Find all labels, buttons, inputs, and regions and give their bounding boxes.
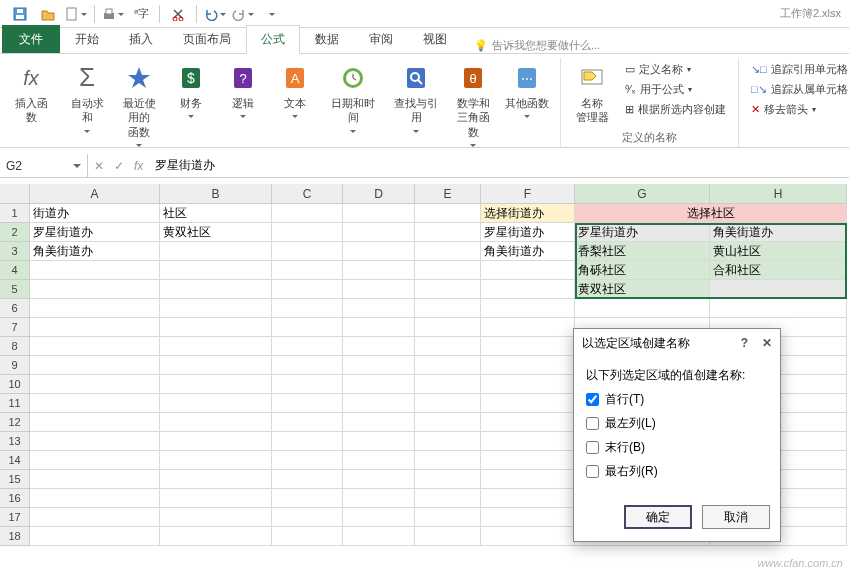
cell[interactable] bbox=[272, 356, 343, 375]
row-header[interactable]: 6 bbox=[0, 299, 30, 318]
redo-icon[interactable] bbox=[231, 3, 255, 25]
cell[interactable] bbox=[481, 337, 575, 356]
cell[interactable] bbox=[575, 299, 710, 318]
cell[interactable] bbox=[481, 318, 575, 337]
cell[interactable] bbox=[30, 318, 160, 337]
cell[interactable] bbox=[272, 489, 343, 508]
cell[interactable] bbox=[415, 375, 481, 394]
tab-insert[interactable]: 插入 bbox=[114, 25, 168, 53]
cell[interactable]: 社区 bbox=[160, 204, 272, 223]
checkbox-left-col[interactable]: 最左列(L) bbox=[586, 415, 768, 432]
cell[interactable] bbox=[160, 375, 272, 394]
cell[interactable] bbox=[272, 375, 343, 394]
cell[interactable]: 角美街道办 bbox=[481, 242, 575, 261]
cell[interactable] bbox=[30, 261, 160, 280]
row-header[interactable]: 16 bbox=[0, 489, 30, 508]
cell[interactable] bbox=[415, 280, 481, 299]
cell[interactable] bbox=[160, 413, 272, 432]
cell[interactable] bbox=[415, 508, 481, 527]
cell[interactable] bbox=[272, 508, 343, 527]
cell[interactable] bbox=[343, 337, 415, 356]
row-header[interactable]: 8 bbox=[0, 337, 30, 356]
cell[interactable] bbox=[343, 489, 415, 508]
cell-merged[interactable]: 选择社区 bbox=[575, 204, 847, 223]
cell[interactable] bbox=[481, 508, 575, 527]
row-header[interactable]: 13 bbox=[0, 432, 30, 451]
create-from-selection-button[interactable]: ⊞根据所选内容创建 bbox=[621, 100, 730, 119]
cell[interactable] bbox=[343, 261, 415, 280]
cell[interactable]: 角美街道办 bbox=[30, 242, 160, 261]
checkbox-bottom-row[interactable]: 末行(B) bbox=[586, 439, 768, 456]
cell[interactable]: 合和社区 bbox=[710, 261, 847, 280]
cell[interactable] bbox=[272, 432, 343, 451]
enter-icon[interactable]: ✓ bbox=[114, 159, 124, 173]
cell[interactable] bbox=[272, 318, 343, 337]
ok-button[interactable]: 确定 bbox=[624, 505, 692, 529]
cell[interactable]: 黄山社区 bbox=[710, 242, 847, 261]
row-header[interactable]: 18 bbox=[0, 527, 30, 546]
cell[interactable] bbox=[343, 242, 415, 261]
tab-file[interactable]: 文件 bbox=[2, 25, 60, 53]
cell[interactable] bbox=[415, 242, 481, 261]
cell[interactable] bbox=[343, 451, 415, 470]
lookup-button[interactable]: 查找与引用 bbox=[388, 60, 444, 141]
cancel-icon[interactable]: ✕ bbox=[94, 159, 104, 173]
cell[interactable]: 罗星街道办 bbox=[481, 223, 575, 242]
cell[interactable] bbox=[30, 451, 160, 470]
cell[interactable] bbox=[30, 337, 160, 356]
cell[interactable] bbox=[415, 223, 481, 242]
tab-view[interactable]: 视图 bbox=[408, 25, 462, 53]
cell[interactable] bbox=[272, 394, 343, 413]
col-header[interactable]: H bbox=[710, 184, 847, 204]
cell[interactable]: 角美街道办 bbox=[710, 223, 847, 242]
tab-data[interactable]: 数据 bbox=[300, 25, 354, 53]
close-icon[interactable]: ✕ bbox=[762, 336, 772, 350]
remove-arrows-button[interactable]: ✕移去箭头 ▾ bbox=[747, 100, 849, 119]
cell[interactable]: 角砾社区 bbox=[575, 261, 710, 280]
cell[interactable]: 罗星街道办 bbox=[575, 223, 710, 242]
cell[interactable] bbox=[160, 337, 272, 356]
row-header[interactable]: 1 bbox=[0, 204, 30, 223]
autosum-button[interactable]: Σ自动求和 bbox=[64, 60, 110, 141]
mathtrig-button[interactable]: θ数学和 三角函数 bbox=[450, 60, 496, 155]
open-icon[interactable] bbox=[36, 3, 60, 25]
cell[interactable] bbox=[415, 356, 481, 375]
new-icon[interactable] bbox=[64, 3, 88, 25]
cell[interactable] bbox=[415, 337, 481, 356]
cell[interactable] bbox=[160, 527, 272, 546]
cell[interactable] bbox=[415, 432, 481, 451]
cell[interactable] bbox=[415, 318, 481, 337]
cell[interactable] bbox=[30, 299, 160, 318]
recent-functions-button[interactable]: 最近使用的 函数 bbox=[116, 60, 162, 155]
col-header[interactable]: B bbox=[160, 184, 272, 204]
cell[interactable] bbox=[415, 489, 481, 508]
cell[interactable] bbox=[481, 470, 575, 489]
cell[interactable] bbox=[30, 470, 160, 489]
quickprint-icon[interactable] bbox=[101, 3, 125, 25]
cell[interactable] bbox=[30, 527, 160, 546]
save-icon[interactable] bbox=[8, 3, 32, 25]
qat-customize-icon[interactable] bbox=[259, 3, 283, 25]
row-header[interactable]: 12 bbox=[0, 413, 30, 432]
more-functions-button[interactable]: ⋯其他函数 bbox=[502, 60, 552, 127]
cell[interactable] bbox=[710, 299, 847, 318]
datetime-button[interactable]: 日期和时间 bbox=[324, 60, 382, 141]
cell[interactable] bbox=[343, 394, 415, 413]
cell[interactable] bbox=[160, 508, 272, 527]
row-header[interactable]: 5 bbox=[0, 280, 30, 299]
cell[interactable] bbox=[160, 432, 272, 451]
cell[interactable] bbox=[415, 204, 481, 223]
row-header[interactable]: 10 bbox=[0, 375, 30, 394]
cell[interactable] bbox=[343, 318, 415, 337]
tab-formula[interactable]: 公式 bbox=[246, 25, 300, 54]
col-header[interactable]: G bbox=[575, 184, 710, 204]
cell[interactable] bbox=[160, 242, 272, 261]
checkbox-right-col[interactable]: 最右列(R) bbox=[586, 463, 768, 480]
cell[interactable] bbox=[160, 470, 272, 489]
cancel-button[interactable]: 取消 bbox=[702, 505, 770, 529]
cell[interactable] bbox=[343, 470, 415, 489]
cell[interactable] bbox=[160, 489, 272, 508]
cell[interactable] bbox=[343, 508, 415, 527]
row-header[interactable]: 15 bbox=[0, 470, 30, 489]
cell[interactable] bbox=[30, 280, 160, 299]
